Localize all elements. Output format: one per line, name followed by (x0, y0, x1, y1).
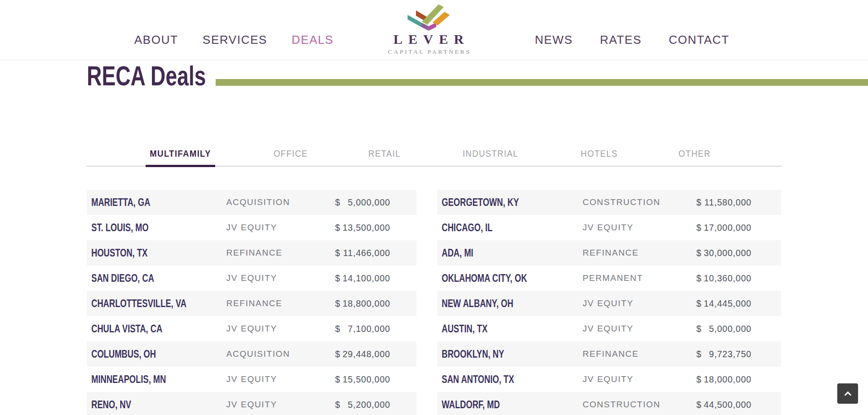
amount-value: 14,445,000 (704, 298, 752, 309)
deal-amount: $5,000,000 (335, 197, 390, 208)
tab-label: RETAIL (368, 148, 401, 159)
brand-logo[interactable]: LEVER CAPITAL PARTNERS (386, 4, 471, 56)
deals-table-right: GEORGETOWN, KYCONSTRUCTION$11,580,000CHI… (437, 190, 781, 415)
deal-type: JV EQUITY (583, 324, 697, 334)
table-row: HOUSTON, TXREFINANCE$11,466,000 (87, 240, 416, 266)
deal-amount: $14,100,000 (335, 273, 390, 284)
table-row: COLUMBUS, OHACQUISITION$29,448,000 (87, 341, 416, 367)
table-row: CHARLOTTESVILLE, VAREFINANCE$18,800,000 (87, 291, 416, 316)
deal-type: CONSTRUCTION (583, 197, 697, 207)
nav-right: NEWS RATES CONTACT (535, 0, 730, 60)
deal-amount: $14,445,000 (696, 298, 751, 309)
deal-city: CHARLOTTESVILLE, VA (91, 297, 194, 310)
deal-city: CHULA VISTA, CA (91, 322, 194, 335)
deal-type: JV EQUITY (226, 324, 335, 334)
deal-city: ADA, MI (442, 247, 549, 259)
currency-symbol: $ (335, 374, 340, 385)
amount-value: 29,448,000 (343, 349, 391, 359)
tab-label: OTHER (679, 148, 711, 159)
deal-type: JV EQUITY (226, 374, 335, 384)
amount-value: 18,000,000 (704, 374, 752, 385)
deal-amount: $29,448,000 (335, 349, 390, 359)
tab-label: HOTELS (581, 148, 618, 159)
currency-symbol: $ (696, 273, 702, 284)
table-row: SAN ANTONIO, TXJV EQUITY$18,000,000 (437, 367, 781, 392)
amount-value: 10,360,000 (704, 273, 752, 284)
nav-item-about[interactable]: ABOUT (134, 33, 178, 47)
deal-amount: $17,000,000 (696, 223, 751, 233)
deal-city: CHICAGO, IL (442, 221, 549, 234)
currency-symbol: $ (696, 223, 702, 233)
amount-value: 11,466,000 (343, 248, 390, 258)
currency-symbol: $ (335, 400, 340, 410)
deal-type: REFINANCE (583, 248, 697, 258)
deal-type: JV EQUITY (226, 223, 335, 233)
tab-retail[interactable]: RETAIL (366, 148, 403, 166)
table-row: RENO, NVJV EQUITY$5,200,000 (87, 392, 416, 415)
deal-type: REFINANCE (226, 248, 335, 258)
deal-amount: $18,000,000 (696, 374, 751, 385)
deal-amount: $11,466,000 (335, 248, 390, 258)
deal-city: COLUMBUS, OH (91, 348, 194, 360)
deal-city: ST. LOUIS, MO (91, 221, 194, 234)
deal-type: REFINANCE (583, 349, 697, 359)
deal-amount: $9,723,750 (696, 349, 751, 359)
currency-symbol: $ (335, 248, 340, 258)
tab-label: MULTIFAMILY (150, 148, 211, 159)
deal-city: SAN DIEGO, CA (91, 272, 194, 284)
nav-item-deals[interactable]: DEALS (292, 33, 334, 47)
amount-value: 14,100,000 (343, 273, 391, 284)
deal-type: REFINANCE (226, 298, 335, 308)
amount-value: 9,723,750 (709, 349, 751, 359)
table-row: ST. LOUIS, MOJV EQUITY$13,500,000 (87, 215, 416, 240)
tab-industrial[interactable]: INDUSTRIAL (459, 148, 522, 166)
tab-multifamily[interactable]: MULTIFAMILY (146, 148, 215, 167)
deal-amount: $44,500,000 (696, 400, 751, 410)
amount-value: 13,500,000 (343, 223, 391, 233)
deal-amount: $30,000,000 (696, 248, 751, 258)
tab-office[interactable]: OFFICE (271, 148, 310, 166)
deal-amount: $18,800,000 (335, 298, 390, 309)
deal-city: NEW ALBANY, OH (442, 297, 549, 310)
table-row: BROOKLYN, NYREFINANCE$9,723,750 (437, 341, 781, 367)
currency-symbol: $ (696, 197, 702, 208)
tab-label: INDUSTRIAL (462, 148, 518, 159)
nav-item-news[interactable]: NEWS (535, 33, 573, 47)
page: ABOUT SERVICES DEALS LEVER CAPITAL PARTN… (0, 0, 868, 415)
deal-type: JV EQUITY (583, 298, 697, 308)
nav-item-rates[interactable]: RATES (600, 33, 642, 47)
currency-symbol: $ (335, 324, 340, 334)
table-row: AUSTIN, TXJV EQUITY$5,000,000 (437, 316, 781, 341)
amount-value: 17,000,000 (704, 223, 752, 233)
currency-symbol: $ (335, 298, 340, 309)
deal-city: HOUSTON, TX (91, 247, 194, 259)
tab-hotels[interactable]: HOTELS (578, 148, 620, 166)
nav-item-services[interactable]: SERVICES (203, 33, 267, 47)
brand-tagline: CAPITAL PARTNERS (386, 48, 471, 56)
deal-city: WALDORF, MD (442, 398, 549, 411)
scroll-to-top-button[interactable] (837, 383, 858, 404)
deal-amount: $13,500,000 (335, 223, 390, 233)
amount-value: 18,800,000 (343, 298, 391, 309)
deal-amount: $11,580,000 (696, 197, 751, 208)
deal-city: AUSTIN, TX (442, 322, 549, 335)
deal-city: MINNEAPOLIS, MN (91, 373, 194, 386)
tab-other[interactable]: OTHER (676, 148, 713, 166)
currency-symbol: $ (696, 298, 702, 309)
nav-item-contact[interactable]: CONTACT (669, 33, 729, 47)
deal-amount: $10,360,000 (696, 273, 751, 284)
currency-symbol: $ (335, 197, 340, 208)
deal-amount: $15,500,000 (335, 374, 390, 385)
amount-value: 30,000,000 (704, 248, 752, 258)
deal-type: JV EQUITY (583, 223, 697, 233)
table-row: MARIETTA, GAACQUISITION$5,000,000 (87, 190, 416, 215)
deal-amount: $5,200,000 (335, 400, 390, 410)
nav-left: ABOUT SERVICES DEALS (134, 0, 334, 60)
currency-symbol: $ (335, 349, 340, 359)
deal-type: JV EQUITY (583, 374, 697, 384)
table-row: WALDORF, MDCONSTRUCTION$44,500,000 (437, 392, 781, 415)
tab-label: OFFICE (274, 148, 308, 159)
deal-city: OKLAHOMA CITY, OK (442, 272, 549, 284)
table-row: CHICAGO, ILJV EQUITY$17,000,000 (437, 215, 781, 240)
deal-amount: $5,000,000 (696, 324, 751, 334)
